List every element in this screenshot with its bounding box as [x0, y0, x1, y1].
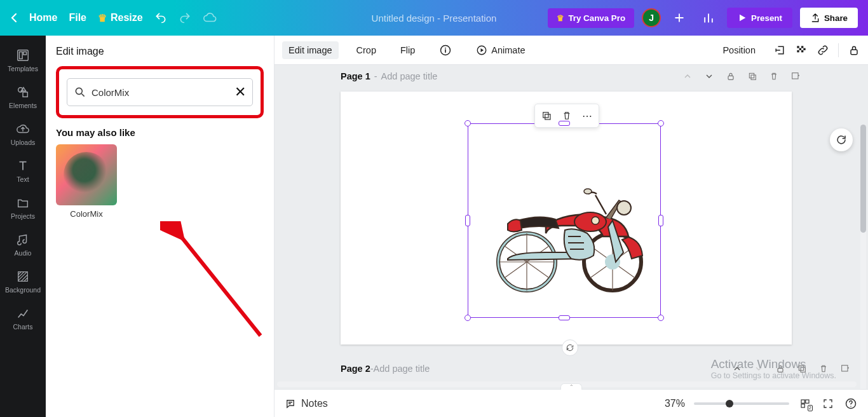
document-title[interactable]: Untitled design - Presentation: [372, 13, 497, 24]
lock-icon[interactable]: [848, 44, 860, 57]
svg-point-40: [617, 201, 631, 215]
svg-rect-18: [751, 75, 756, 79]
undo-button[interactable]: [154, 11, 167, 24]
svg-rect-10: [801, 46, 803, 48]
animate-label: Animate: [491, 45, 525, 55]
redo-button[interactable]: [179, 11, 191, 24]
rail-label: Background: [5, 286, 41, 294]
share-button[interactable]: Share: [800, 8, 858, 28]
svg-rect-13: [797, 50, 799, 52]
page-title-placeholder[interactable]: Add page title: [381, 71, 438, 81]
add-page-icon[interactable]: [839, 362, 851, 375]
resize-handle[interactable]: [465, 120, 471, 126]
resize-handle[interactable]: [658, 215, 663, 226]
scrollbar-thumb[interactable]: [860, 125, 866, 233]
present-button[interactable]: Present: [727, 8, 792, 28]
home-button[interactable]: Home: [29, 12, 57, 24]
sep: -: [374, 71, 377, 81]
notes-button[interactable]: Notes: [285, 398, 328, 409]
svg-rect-14: [801, 50, 803, 52]
suggestions-title: You may also like: [56, 127, 264, 138]
info-icon[interactable]: [433, 40, 458, 60]
chevron-up-icon[interactable]: [681, 70, 694, 83]
grid-view-icon[interactable]: 2: [798, 397, 812, 411]
zoom-knob[interactable]: [726, 400, 733, 407]
annotation-arrow: [160, 221, 268, 342]
resize-handle[interactable]: [658, 315, 664, 321]
top-left-group: Home File ♛Resize: [10, 11, 217, 25]
rail-audio[interactable]: Audio: [0, 226, 46, 263]
add-page-icon[interactable]: [789, 70, 802, 83]
page-title-placeholder[interactable]: Add page title: [374, 364, 430, 374]
try-pro-label: Try Canva Pro: [568, 13, 625, 23]
zoom-slider[interactable]: [694, 402, 789, 405]
svg-point-41: [584, 189, 592, 194]
avatar[interactable]: J: [642, 8, 661, 27]
colormix-thumbnail[interactable]: [56, 144, 117, 205]
chevron-down-icon[interactable]: [703, 70, 715, 83]
insights-icon[interactable]: [698, 7, 719, 29]
fullscreen-icon[interactable]: [821, 397, 835, 411]
transparency-icon[interactable]: [795, 44, 808, 57]
duplicate-page-icon[interactable]: [796, 362, 808, 375]
chevron-up-icon[interactable]: [731, 362, 743, 375]
lock-page-icon[interactable]: [774, 362, 787, 375]
page-tools: [681, 70, 802, 83]
more-icon[interactable]: ⋯: [578, 107, 596, 125]
share-icon: [810, 13, 820, 23]
duplicate-page-icon[interactable]: [746, 70, 759, 83]
help-icon[interactable]: [844, 397, 858, 411]
clear-search-icon[interactable]: ✕: [234, 84, 246, 100]
sync-icon[interactable]: [562, 339, 578, 356]
expand-pages-tab[interactable]: ⌃: [560, 383, 582, 390]
selection-box[interactable]: ⋯: [468, 123, 661, 318]
search-box[interactable]: ✕: [67, 78, 253, 106]
rail-templates[interactable]: Templates: [0, 42, 46, 79]
flip-button[interactable]: Flip: [394, 41, 421, 59]
thumbnail-label: ColorMix: [56, 209, 117, 219]
rail-label: Audio: [15, 249, 32, 257]
rail-background[interactable]: Background: [0, 263, 46, 300]
nudge-icon[interactable]: [773, 44, 786, 57]
cloud-sync-icon[interactable]: [203, 11, 217, 25]
rail-elements[interactable]: Elements: [0, 79, 46, 116]
try-pro-button[interactable]: ♛Try Canva Pro: [548, 8, 634, 28]
delete-page-icon[interactable]: [817, 362, 830, 375]
lock-page-icon[interactable]: [724, 70, 737, 83]
resize-handle[interactable]: [559, 315, 570, 320]
rail-text[interactable]: Text: [0, 153, 46, 189]
resize-handle[interactable]: [658, 120, 664, 126]
delete-page-icon[interactable]: [768, 70, 780, 83]
rail-charts[interactable]: Charts: [0, 300, 46, 337]
chevron-down-icon[interactable]: [752, 362, 765, 375]
rail-label: Text: [17, 175, 29, 183]
resize-handle[interactable]: [559, 121, 570, 126]
position-button[interactable]: Position: [716, 41, 762, 59]
left-rail: Templates Elements Uploads Text Projects…: [0, 36, 46, 417]
resize-handle[interactable]: [465, 315, 471, 321]
context-right-icons: [773, 43, 860, 57]
regenerate-button[interactable]: [830, 128, 853, 151]
animate-button[interactable]: Animate: [470, 41, 531, 60]
motorcycle-image[interactable]: [470, 125, 660, 316]
animate-icon: [476, 44, 487, 56]
file-button[interactable]: File: [69, 12, 86, 24]
add-user-icon[interactable]: [668, 7, 690, 29]
rail-projects[interactable]: Projects: [0, 189, 46, 226]
svg-point-38: [574, 212, 606, 231]
resize-handle[interactable]: [465, 215, 470, 226]
edit-image-button[interactable]: Edit image: [282, 41, 339, 59]
svg-rect-49: [806, 400, 809, 403]
svg-rect-16: [728, 76, 733, 79]
rail-uploads[interactable]: Uploads: [0, 116, 46, 153]
svg-rect-46: [801, 367, 805, 372]
resize-button[interactable]: ♛Resize: [98, 12, 143, 24]
crop-button[interactable]: Crop: [350, 41, 383, 59]
slide-page-1[interactable]: ⋯: [341, 92, 792, 345]
link-icon[interactable]: [817, 44, 829, 57]
duplicate-icon[interactable]: [538, 107, 555, 125]
search-input[interactable]: [92, 87, 229, 98]
vertical-scrollbar[interactable]: [860, 125, 866, 389]
canvas-viewport[interactable]: ⋯ Page 2 - Add page title: [275, 88, 868, 389]
back-chevron-icon[interactable]: [10, 13, 18, 23]
